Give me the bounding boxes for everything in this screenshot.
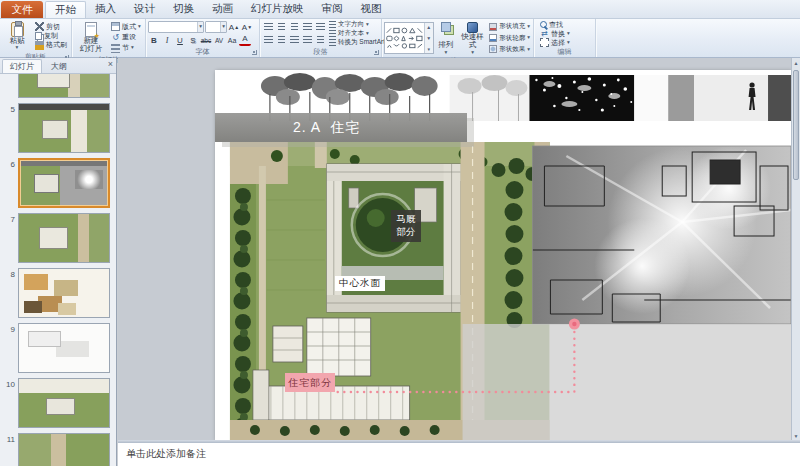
bold-button[interactable]: B <box>148 34 160 46</box>
section-button[interactable]: 节▾ <box>109 44 143 53</box>
shape-outline-button[interactable]: 形状轮廓▾ <box>488 34 531 43</box>
scroll-up-icon: ▲ <box>426 24 431 30</box>
slide-editor-area[interactable]: 2. A 住宅 马厩部分 中心水面 住宅部分 ▲ ▼ <box>118 58 800 440</box>
gallery-more-icon: ▾ <box>428 46 431 52</box>
shapes-gallery[interactable]: ▲▼▾ <box>384 22 434 54</box>
italic-button[interactable]: I <box>161 34 173 46</box>
slide-title-bar[interactable]: 2. A 住宅 <box>215 113 467 142</box>
tab-insert[interactable]: 插入 <box>86 0 125 18</box>
overlay-lower-block <box>463 324 791 440</box>
water-label[interactable]: 中心水面 <box>335 276 385 291</box>
tab-transitions[interactable]: 切换 <box>164 0 203 18</box>
tab-animations[interactable]: 动画 <box>203 0 242 18</box>
slide-thumbnail-5[interactable] <box>18 103 110 153</box>
font-name-select[interactable]: ▾ <box>148 21 204 33</box>
align-right-button[interactable] <box>288 34 300 46</box>
line-spacing-button[interactable] <box>314 21 326 33</box>
replace-icon: ⇄ <box>540 29 549 38</box>
chevron-down-icon: ▾ <box>527 35 530 41</box>
shrink-font-button[interactable]: A▼ <box>241 21 253 33</box>
scroll-down-icon[interactable]: ▼ <box>792 431 800 440</box>
scrollbar-thumb[interactable] <box>793 70 799 180</box>
slide-thumbnail-10[interactable] <box>18 378 110 428</box>
tab-home[interactable]: 开始 <box>45 1 86 18</box>
chevron-down-icon: ▾ <box>366 22 369 28</box>
quick-styles-button[interactable]: 快速样式▾ <box>458 20 487 56</box>
align-left-button[interactable] <box>262 34 274 46</box>
dialog-launcher-icon[interactable] <box>374 50 379 55</box>
cut-button[interactable]: 剪切 <box>33 22 69 31</box>
file-tab[interactable]: 文件 <box>1 1 43 18</box>
stable-label[interactable]: 马厩部分 <box>391 210 421 242</box>
arrange-icon <box>441 22 451 32</box>
paragraph-group-label: 段落 <box>314 47 328 57</box>
reset-label: 重设 <box>122 32 136 42</box>
align-right-icon <box>290 36 299 44</box>
shape-fill-button[interactable]: 形状填充▾ <box>488 22 531 31</box>
numbering-button[interactable] <box>275 21 287 33</box>
ribbon: 粘贴▾ 剪切 复制 格式刷 剪贴板 新建幻灯片 版式▾ ↺重设 节▾ <box>0 19 800 58</box>
increase-indent-button[interactable] <box>301 21 313 33</box>
font-color-button[interactable]: A <box>239 34 251 46</box>
tab-slideshow[interactable]: 幻灯片放映 <box>242 0 313 18</box>
tab-review[interactable]: 审阅 <box>313 0 352 18</box>
change-case-button[interactable]: Aa <box>226 34 238 46</box>
slide-thumbnail-7[interactable] <box>18 213 110 263</box>
tab-slides-thumbnails[interactable]: 幻灯片 <box>2 59 42 73</box>
tab-view[interactable]: 视图 <box>352 0 391 18</box>
font-group-label: 字体 <box>196 47 210 57</box>
quick-styles-label: 快速样式 <box>458 33 487 50</box>
paste-button[interactable]: 粘贴▾ <box>2 20 32 52</box>
shapes-gallery-scrollbar[interactable]: ▲▼▾ <box>424 23 433 53</box>
slide-thumbnail-4[interactable] <box>18 74 110 98</box>
shape-effects-button[interactable]: 形状效果▾ <box>488 45 531 54</box>
character-spacing-button[interactable]: AV <box>213 34 225 46</box>
shapes-gallery-icons <box>385 23 424 53</box>
residential-label[interactable]: 住宅部分 <box>285 373 335 392</box>
text-shadow-button[interactable]: S <box>187 34 199 46</box>
vertical-scrollbar[interactable]: ▲ ▼ <box>791 58 800 440</box>
font-size-select[interactable]: ▾ <box>205 21 227 33</box>
select-button[interactable]: 选择▾ <box>538 38 591 47</box>
bullets-button[interactable] <box>262 21 274 33</box>
chevron-down-icon: ▾ <box>527 24 530 30</box>
dialog-launcher-icon[interactable] <box>252 50 257 55</box>
slide-number: 5 <box>5 105 15 114</box>
shape-fill-icon <box>489 23 497 31</box>
format-painter-button[interactable]: 格式刷 <box>33 41 69 50</box>
tab-design[interactable]: 设计 <box>125 0 164 18</box>
copy-button[interactable]: 复制 <box>33 31 69 40</box>
layout-button[interactable]: 版式▾ <box>109 22 143 31</box>
scroll-up-icon[interactable]: ▲ <box>792 58 800 67</box>
slide-thumbnail-9[interactable] <box>18 323 110 373</box>
reset-button[interactable]: ↺重设 <box>109 33 143 42</box>
decrease-indent-button[interactable] <box>288 21 300 33</box>
slide-thumbnail-8[interactable] <box>18 268 110 318</box>
chevron-down-icon: ▾ <box>131 45 134 51</box>
slide-thumbnail-11[interactable] <box>18 433 110 466</box>
new-slide-icon <box>85 22 97 37</box>
chevron-down-icon: ▾ <box>366 31 369 37</box>
ribbon-tab-bar: 文件 开始 插入 设计 切换 动画 幻灯片放映 审阅 视图 <box>0 0 800 19</box>
bullets-icon <box>264 23 273 31</box>
columns-icon <box>317 36 324 44</box>
grow-font-button[interactable]: A▲ <box>228 21 240 33</box>
slide-thumbnail-6-selected[interactable] <box>18 158 110 208</box>
align-center-button[interactable] <box>275 34 287 46</box>
new-slide-button[interactable]: 新建幻灯片 <box>74 20 108 55</box>
underline-button[interactable]: U <box>174 34 186 46</box>
columns-button[interactable] <box>314 34 326 46</box>
slide-number: 9 <box>5 325 15 334</box>
align-center-icon <box>278 36 285 44</box>
arrange-button[interactable]: 排列▾ <box>435 20 457 56</box>
shape-outline-icon <box>489 34 497 42</box>
slides-panel: 幻灯片 大纲 × 4 5 6 7 8 9 10 11 <box>0 58 117 466</box>
strikethrough-button[interactable]: abc <box>200 34 212 46</box>
notes-pane[interactable]: 单击此处添加备注 <box>118 443 800 466</box>
find-icon <box>540 21 547 28</box>
tab-outline[interactable]: 大纲 <box>43 59 75 73</box>
group-label-editing: 编辑 <box>534 47 595 57</box>
close-panel-icon[interactable]: × <box>108 60 113 69</box>
slide-canvas[interactable]: 2. A 住宅 马厩部分 中心水面 住宅部分 <box>215 70 791 440</box>
justify-button[interactable] <box>301 34 313 46</box>
